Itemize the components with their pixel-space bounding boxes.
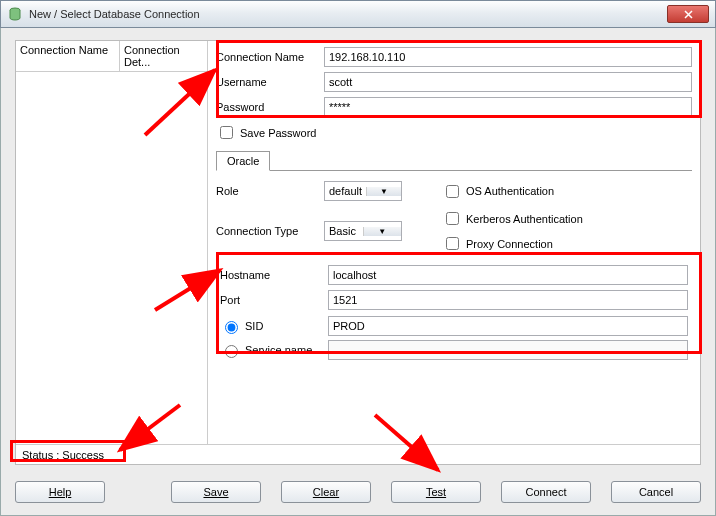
- test-button[interactable]: Test: [391, 481, 481, 503]
- save-button[interactable]: Save: [171, 481, 261, 503]
- sid-radio-group[interactable]: SID: [220, 318, 328, 334]
- tab-strip: Oracle: [216, 150, 692, 171]
- hostname-label: Hostname: [220, 269, 328, 281]
- conntype-value: Basic: [325, 225, 363, 237]
- db-icon: [7, 6, 23, 22]
- cancel-button[interactable]: Cancel: [611, 481, 701, 503]
- window-title: New / Select Database Connection: [29, 8, 667, 20]
- proxy-checkbox[interactable]: [446, 237, 459, 250]
- service-radio-group[interactable]: Service name: [220, 342, 328, 358]
- sid-label: SID: [245, 320, 263, 332]
- kerberos-checkbox[interactable]: [446, 212, 459, 225]
- status-text: Status : Success: [22, 449, 104, 461]
- hostname-input[interactable]: [328, 265, 688, 285]
- service-label: Service name: [245, 344, 312, 356]
- os-auth-check[interactable]: OS Authentication: [442, 182, 554, 201]
- os-auth-label: OS Authentication: [466, 185, 554, 197]
- save-password-checkbox[interactable]: [220, 126, 233, 139]
- role-value: default: [325, 185, 366, 197]
- titlebar: New / Select Database Connection: [0, 0, 716, 28]
- save-password-label: Save Password: [240, 127, 316, 139]
- port-input[interactable]: [328, 290, 688, 310]
- proxy-label: Proxy Connection: [466, 238, 553, 250]
- sid-input[interactable]: [328, 316, 688, 336]
- status-bar: Status : Success: [16, 444, 700, 464]
- connection-name-label: Connection Name: [216, 51, 324, 63]
- connect-button[interactable]: Connect: [501, 481, 591, 503]
- kerberos-label: Kerberos Authentication: [466, 213, 583, 225]
- chevron-down-icon: ▼: [366, 187, 401, 196]
- username-input[interactable]: [324, 72, 692, 92]
- help-button[interactable]: Help: [15, 481, 105, 503]
- os-auth-checkbox[interactable]: [446, 185, 459, 198]
- proxy-check[interactable]: Proxy Connection: [442, 234, 583, 253]
- password-input[interactable]: [324, 97, 692, 117]
- connection-box: Hostname Port SID Service name: [216, 261, 692, 368]
- password-label: Password: [216, 101, 324, 113]
- connection-name-input[interactable]: [324, 47, 692, 67]
- close-button[interactable]: [667, 5, 709, 23]
- dialog-body: Connection Name Connection Det... Status…: [0, 28, 716, 516]
- role-combo[interactable]: default ▼: [324, 181, 402, 201]
- close-icon: [684, 10, 693, 19]
- username-label: Username: [216, 76, 324, 88]
- save-password-check[interactable]: Save Password: [216, 123, 692, 142]
- chevron-down-icon: ▼: [363, 227, 402, 236]
- port-label: Port: [220, 294, 328, 306]
- connection-list: Connection Name Connection Det...: [16, 41, 208, 444]
- col-connection-details[interactable]: Connection Det...: [120, 41, 207, 71]
- role-label: Role: [216, 185, 324, 197]
- button-bar: Help Save Clear Test Connect Cancel: [15, 481, 701, 503]
- service-input: [328, 340, 688, 360]
- sid-radio[interactable]: [225, 321, 238, 334]
- clear-button[interactable]: Clear: [281, 481, 371, 503]
- service-radio[interactable]: [225, 345, 238, 358]
- col-connection-name[interactable]: Connection Name: [16, 41, 120, 71]
- content-area: Connection Name Connection Det... Status…: [15, 40, 701, 465]
- form-pane: Connection Name Username Password Save P…: [208, 41, 700, 444]
- kerberos-check[interactable]: Kerberos Authentication: [442, 209, 583, 228]
- tab-oracle[interactable]: Oracle: [216, 151, 270, 171]
- list-header: Connection Name Connection Det...: [16, 41, 207, 72]
- conntype-combo[interactable]: Basic ▼: [324, 221, 402, 241]
- conntype-label: Connection Type: [216, 225, 324, 237]
